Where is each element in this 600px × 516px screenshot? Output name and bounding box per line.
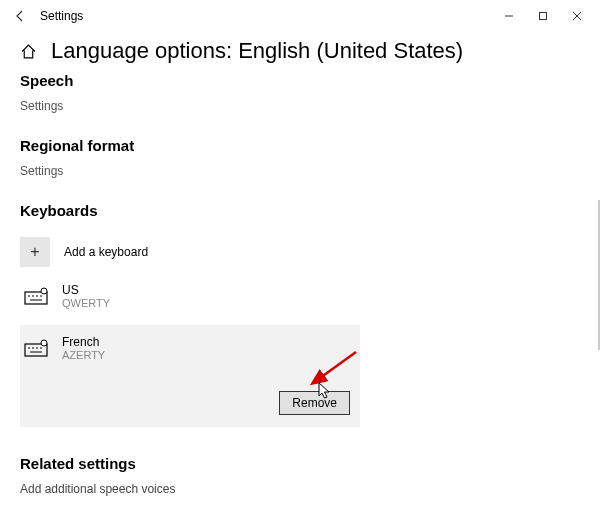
plus-icon: + xyxy=(20,237,50,267)
keyboard-name: US xyxy=(62,283,110,297)
minimize-icon xyxy=(504,11,514,21)
add-keyboard-button[interactable]: + Add a keyboard xyxy=(20,237,580,267)
svg-point-17 xyxy=(41,340,47,346)
keyboard-item-us[interactable]: US QWERTY xyxy=(20,273,580,319)
regional-heading: Regional format xyxy=(20,137,580,154)
related-heading: Related settings xyxy=(20,455,580,472)
content-area: Language options: English (United States… xyxy=(0,32,600,516)
remove-button[interactable]: Remove xyxy=(279,391,350,415)
keyboard-layout: QWERTY xyxy=(62,297,110,309)
speech-heading: Speech xyxy=(20,72,580,89)
app-title: Settings xyxy=(40,9,83,23)
home-icon[interactable] xyxy=(20,43,37,60)
keyboards-heading: Keyboards xyxy=(20,202,580,219)
page-title: Language options: English (United States… xyxy=(51,38,463,64)
maximize-icon xyxy=(538,11,548,21)
keyboard-icon xyxy=(24,339,48,357)
back-button[interactable] xyxy=(6,2,34,30)
speech-settings-link[interactable]: Settings xyxy=(20,99,580,113)
keyboard-item-french[interactable]: French AZERTY Remove xyxy=(20,325,360,427)
window-controls xyxy=(492,2,594,30)
close-icon xyxy=(572,11,582,21)
svg-point-10 xyxy=(41,288,47,294)
regional-settings-link[interactable]: Settings xyxy=(20,164,580,178)
add-keyboard-label: Add a keyboard xyxy=(64,245,148,259)
close-button[interactable] xyxy=(560,2,594,30)
title-bar: Settings xyxy=(0,0,600,32)
page-header: Language options: English (United States… xyxy=(20,38,580,64)
keyboard-layout: AZERTY xyxy=(62,349,105,361)
arrow-left-icon xyxy=(13,9,27,23)
keyboard-name: French xyxy=(62,335,105,349)
keyboard-icon xyxy=(24,287,48,305)
svg-rect-1 xyxy=(540,13,547,20)
minimize-button[interactable] xyxy=(492,2,526,30)
maximize-button[interactable] xyxy=(526,2,560,30)
additional-speech-link[interactable]: Add additional speech voices xyxy=(20,482,580,496)
